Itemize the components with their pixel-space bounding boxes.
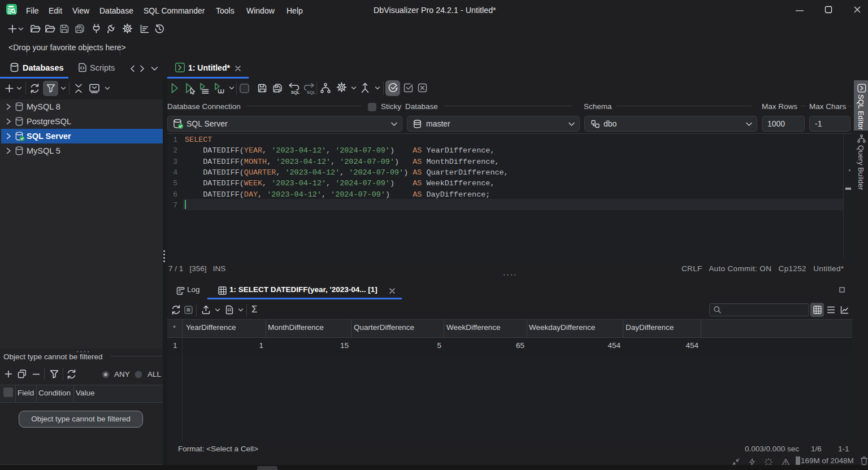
svg-text:SQL: SQL bbox=[291, 90, 300, 95]
svg-text:SQL: SQL bbox=[307, 90, 316, 95]
